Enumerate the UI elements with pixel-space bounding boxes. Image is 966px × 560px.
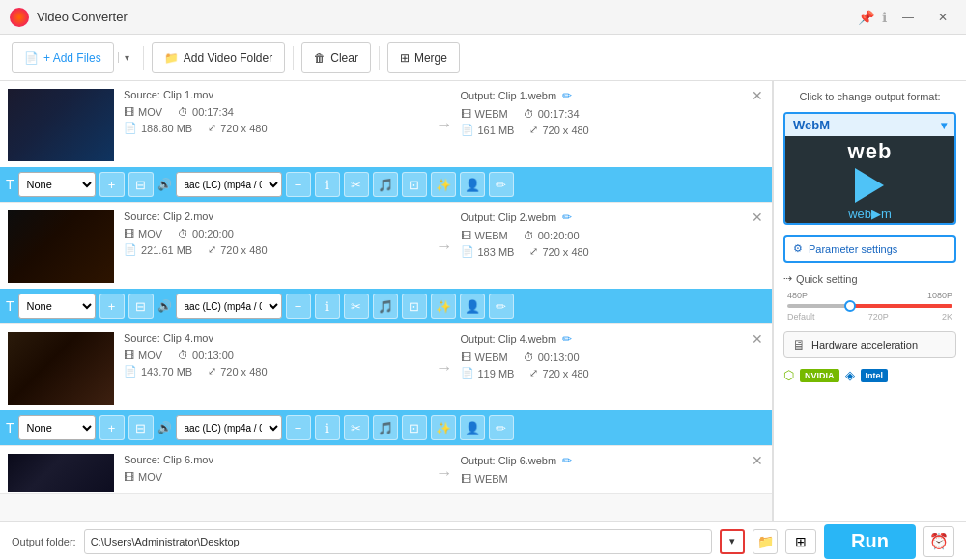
output-size-1: 📄 161 MB bbox=[461, 124, 515, 136]
close-item-2[interactable]: ✕ bbox=[749, 209, 766, 226]
audio-icon-1: 🔊 bbox=[157, 178, 172, 191]
info-btn-2[interactable]: ℹ bbox=[315, 294, 340, 319]
output-meta-2: 🎞 WEBM ⏱ 00:20:00 bbox=[461, 230, 765, 241]
format-header[interactable]: WebM ▾ bbox=[785, 114, 954, 136]
path-dropdown-button[interactable]: ▾ bbox=[720, 529, 745, 554]
arrow-4: → bbox=[428, 454, 461, 492]
item-toolbar-1: T None Burn In Extract + ⊟ 🔊 aac (LC) (m… bbox=[0, 167, 772, 202]
audio-btn-3[interactable]: 🎵 bbox=[373, 415, 398, 440]
output-path-input[interactable] bbox=[84, 529, 712, 554]
out-file-icon-2: 📄 bbox=[461, 245, 474, 258]
cut-btn-2[interactable]: ✂ bbox=[344, 294, 369, 319]
add-audio-1[interactable]: + bbox=[286, 172, 311, 197]
audio-select-2[interactable]: aac (LC) (mp4a / 0xt bbox=[176, 294, 282, 319]
add-files-button[interactable]: 📄 + Add Files bbox=[12, 42, 114, 73]
edit-output-3[interactable]: ✏ bbox=[562, 332, 572, 346]
edit-output-2[interactable]: ✏ bbox=[562, 210, 572, 224]
parameter-settings-button[interactable]: ⚙ Parameter settings bbox=[783, 235, 956, 263]
edit-btn-1[interactable]: ✏ bbox=[489, 172, 514, 197]
fx-btn-2[interactable]: ✨ bbox=[431, 294, 456, 319]
source-label-1: Source: Clip 1.mov bbox=[124, 89, 428, 100]
fx-btn-1[interactable]: ✨ bbox=[431, 172, 456, 197]
subtitle-select-3[interactable]: None bbox=[18, 415, 96, 440]
app-title: Video Converter bbox=[37, 10, 128, 24]
slider-thumb[interactable] bbox=[844, 300, 856, 312]
subtitle-edit-3[interactable]: ⊟ bbox=[128, 415, 154, 440]
out-film-icon-2: 🎞 bbox=[461, 230, 471, 241]
gpu-brands: ⬡ NVIDIA ◈ Intel bbox=[783, 368, 956, 382]
res-icon-3: ⤢ bbox=[208, 365, 216, 378]
subtitle2-btn-3[interactable]: 👤 bbox=[460, 415, 485, 440]
info-btn-1[interactable]: ℹ bbox=[315, 172, 340, 197]
clear-button[interactable]: 🗑 Clear bbox=[301, 42, 371, 73]
fx-btn-3[interactable]: ✨ bbox=[431, 415, 456, 440]
close-item-4[interactable]: ✕ bbox=[749, 452, 766, 469]
add-subtitle-2[interactable]: + bbox=[99, 294, 125, 319]
cut-btn-3[interactable]: ✂ bbox=[344, 415, 369, 440]
subtitle-edit-1[interactable]: ⊟ bbox=[128, 172, 154, 197]
run-button[interactable]: Run bbox=[824, 524, 916, 559]
audio-icon-2: 🔊 bbox=[157, 299, 172, 313]
hw-accel-label: Hardware acceleration bbox=[811, 339, 918, 350]
audio-btn-1[interactable]: 🎵 bbox=[373, 172, 398, 197]
format-selector[interactable]: WebM ▾ web web▶m bbox=[783, 112, 956, 225]
subtitle-edit-2[interactable]: ⊟ bbox=[128, 294, 154, 319]
source-info-4: Source: Clip 6.mov 🎞 MOV bbox=[124, 454, 428, 492]
crop-btn-3[interactable]: ⊡ bbox=[402, 415, 427, 440]
close-item-3[interactable]: ✕ bbox=[749, 330, 766, 348]
minimize-button[interactable]: — bbox=[895, 7, 922, 28]
out-file-icon-1: 📄 bbox=[461, 124, 474, 136]
subtitle-select-1[interactable]: None Burn In Extract bbox=[18, 172, 96, 197]
subtitle-select-2[interactable]: None bbox=[18, 294, 96, 319]
merge-button[interactable]: ⊞ Merge bbox=[387, 42, 460, 73]
preview-button[interactable]: ⊞ bbox=[785, 529, 816, 554]
add-subtitle-1[interactable]: + bbox=[99, 172, 125, 197]
alarm-button[interactable]: ⏰ bbox=[923, 526, 954, 557]
browse-folder-button[interactable]: 📁 bbox=[753, 529, 778, 554]
audio-select-1[interactable]: aac (LC) (mp4a / 0xt bbox=[176, 172, 282, 197]
close-button[interactable]: ✕ bbox=[929, 7, 956, 28]
edit-output-1[interactable]: ✏ bbox=[562, 89, 572, 102]
add-files-label: + Add Files bbox=[43, 51, 101, 65]
add-audio-3[interactable]: + bbox=[286, 415, 311, 440]
nvidia-icon: ⬡ bbox=[783, 368, 794, 382]
add-video-folder-button[interactable]: 📁 Add Video Folder bbox=[152, 42, 286, 73]
audio-icon-3: 🔊 bbox=[157, 421, 172, 434]
out-clock-icon-2: ⏱ bbox=[524, 230, 534, 241]
add-audio-2[interactable]: + bbox=[286, 294, 311, 319]
text-icon-3: T bbox=[6, 420, 14, 435]
res-icon-1: ⤢ bbox=[208, 122, 216, 134]
file-icon-3: 📄 bbox=[124, 365, 137, 378]
slider-track[interactable] bbox=[787, 304, 952, 308]
info-icon[interactable]: ℹ bbox=[882, 10, 887, 25]
edit-output-4[interactable]: ✏ bbox=[562, 454, 572, 467]
main-toolbar: 📄 + Add Files ▾ 📁 Add Video Folder 🗑 Cle… bbox=[0, 35, 966, 81]
crop-btn-1[interactable]: ⊡ bbox=[402, 172, 427, 197]
audio-select-3[interactable]: aac (LC) (mp4a / 0xt bbox=[176, 415, 282, 440]
item-toolbar-2: T None + ⊟ 🔊 aac (LC) (mp4a / 0xt + ℹ ✂ … bbox=[0, 289, 772, 323]
audio-btn-2[interactable]: 🎵 bbox=[373, 294, 398, 319]
crop-btn-2[interactable]: ⊡ bbox=[402, 294, 427, 319]
add-subtitle-3[interactable]: + bbox=[99, 415, 125, 440]
quality-slider[interactable]: 480P 1080P Default 720P 2K bbox=[783, 291, 956, 322]
play-icon bbox=[855, 168, 884, 203]
hardware-acceleration-button[interactable]: 🖥 Hardware acceleration bbox=[783, 331, 956, 358]
arrow-2: → bbox=[428, 210, 461, 283]
cut-btn-1[interactable]: ✂ bbox=[344, 172, 369, 197]
out-film-icon-1: 🎞 bbox=[461, 108, 471, 120]
out-film-icon-3: 🎞 bbox=[461, 351, 471, 363]
pin-icon[interactable]: 📌 bbox=[858, 10, 874, 25]
subtitle2-btn-2[interactable]: 👤 bbox=[460, 294, 485, 319]
close-item-1[interactable]: ✕ bbox=[749, 87, 766, 104]
format-dropdown-arrow[interactable]: ▾ bbox=[941, 119, 947, 132]
slider-top-labels: 480P 1080P bbox=[787, 291, 952, 300]
file-row-3: Source: Clip 4.mov 🎞 MOV ⏱ 00:13:00 bbox=[0, 324, 772, 410]
add-dropdown-arrow[interactable]: ▾ bbox=[118, 52, 135, 63]
file-item-4: Source: Clip 6.mov 🎞 MOV → Output: Clip … bbox=[0, 446, 772, 494]
subtitle2-btn-1[interactable]: 👤 bbox=[460, 172, 485, 197]
edit-btn-2[interactable]: ✏ bbox=[489, 294, 514, 319]
sublabel-default: Default bbox=[787, 312, 815, 322]
info-btn-3[interactable]: ℹ bbox=[315, 415, 340, 440]
source-label-4: Source: Clip 6.mov bbox=[124, 454, 428, 465]
edit-btn-3[interactable]: ✏ bbox=[489, 415, 514, 440]
